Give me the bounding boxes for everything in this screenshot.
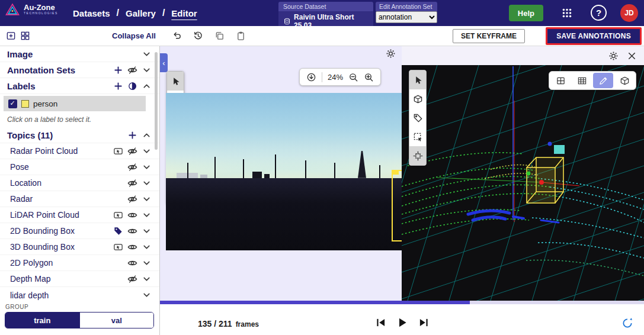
topic-row-2d-bounding-box[interactable]: 2D Bounding Box (0, 223, 159, 239)
chevron-down-icon[interactable] (139, 65, 153, 75)
collapse-all-button[interactable]: Collapse All (112, 31, 156, 40)
topic-row-location[interactable]: Location (0, 175, 159, 191)
visibility-off-icon[interactable] (125, 146, 139, 156)
chevron-down-icon[interactable] (139, 242, 153, 252)
timeline-progress-fill (160, 301, 470, 304)
transform-tool[interactable] (409, 146, 426, 165)
visibility-on-icon[interactable] (125, 242, 139, 252)
copy-icon[interactable] (214, 31, 225, 41)
close-panel-icon[interactable] (627, 51, 637, 61)
topic-name: lidar depth (10, 291, 111, 300)
chevron-down-icon[interactable] (139, 274, 153, 284)
zoom-out-icon[interactable] (348, 72, 358, 82)
apps-grid-icon[interactable] (561, 7, 573, 19)
section-image[interactable]: Image (0, 46, 159, 62)
3d-settings-gear-icon[interactable] (608, 51, 619, 61)
visibility-off-icon[interactable] (125, 178, 139, 188)
nav-datasets[interactable]: Datasets (73, 8, 110, 18)
chevron-down-icon[interactable] (139, 178, 153, 188)
collapse-panel-handle[interactable]: ‹ (160, 53, 168, 72)
grid-view-button[interactable] (572, 73, 592, 88)
label-color-swatch[interactable] (21, 100, 29, 108)
cube-view-button[interactable] (614, 73, 635, 88)
skip-to-end-button[interactable] (418, 317, 430, 328)
sidebar-scrollbar[interactable] (155, 52, 158, 150)
select-tool[interactable] (167, 72, 184, 91)
cuboid-tool[interactable] (409, 89, 426, 108)
visibility-off-icon[interactable] (125, 274, 139, 284)
panel-layout-icon[interactable] (20, 31, 30, 41)
keyframe-icon[interactable] (111, 146, 125, 156)
chevron-down-icon[interactable] (139, 146, 153, 156)
skip-to-start-button[interactable] (375, 317, 387, 328)
nav-editor[interactable]: Editor (171, 8, 197, 18)
save-annotations-button[interactable]: SAVE ANNOTATIONS (546, 27, 642, 45)
edit-mode-button[interactable] (593, 73, 613, 88)
keyframe-icon[interactable] (111, 210, 125, 220)
image-building (252, 172, 262, 178)
section-labels[interactable]: Labels (0, 78, 159, 94)
topic-row-pose[interactable]: Pose (0, 159, 159, 175)
bbox-2d-person[interactable] (392, 170, 402, 241)
undo-icon[interactable] (172, 31, 182, 41)
nav-gallery[interactable]: Gallery (126, 8, 156, 18)
app-logo[interactable]: Au-Zone TECHNOLOGIES (5, 3, 58, 16)
topic-row-lidar-point-cloud[interactable]: LiDAR Point Cloud (0, 207, 159, 223)
quad-view-button[interactable] (550, 73, 571, 88)
zoom-fit-icon[interactable] (306, 72, 316, 82)
contrast-icon[interactable] (125, 81, 139, 91)
select-tool[interactable] (409, 70, 426, 89)
camera-frame-image[interactable] (166, 93, 402, 250)
section-annotation-sets[interactable]: Annotation Sets (0, 62, 159, 78)
visibility-on-icon[interactable] (125, 210, 139, 220)
topic-row-radar-point-cloud[interactable]: Radar Point Cloud (0, 143, 159, 159)
topic-row-lidar-depth[interactable]: lidar depth (0, 287, 159, 302)
label-item-person[interactable]: person (4, 96, 146, 111)
chevron-down-icon[interactable] (139, 194, 153, 204)
section-topics[interactable]: Topics (11) (0, 127, 159, 143)
paste-icon[interactable] (236, 31, 246, 41)
user-avatar[interactable]: JD (620, 4, 638, 22)
keyframe-icon[interactable] (111, 242, 125, 252)
tag-tool[interactable] (409, 108, 426, 127)
marquee-select-tool[interactable] (409, 127, 426, 146)
label-checkbox[interactable] (8, 99, 17, 108)
help-button[interactable]: Help (509, 5, 543, 21)
topic-row-2d-polygon[interactable]: 2D Polygon (0, 255, 159, 271)
chevron-up-icon[interactable] (139, 130, 153, 140)
visibility-off-icon[interactable] (125, 162, 139, 172)
3d-scene-canvas[interactable] (402, 65, 644, 301)
set-keyframe-button[interactable]: SET KEYFRAME (453, 29, 525, 43)
visibility-on-icon[interactable] (125, 258, 139, 268)
chevron-down-icon[interactable] (139, 258, 153, 268)
visibility-off-icon[interactable] (125, 194, 139, 204)
timeline-progress[interactable] (160, 301, 644, 304)
play-button[interactable] (396, 317, 408, 328)
chevron-down-icon[interactable] (139, 226, 153, 236)
add-label-icon[interactable] (111, 81, 125, 91)
visibility-off-icon[interactable] (125, 65, 139, 75)
topic-row-depth-map[interactable]: Depth Map (0, 271, 159, 287)
chevron-up-icon[interactable] (139, 81, 153, 91)
chevron-down-icon[interactable] (139, 49, 153, 59)
3d-viewport[interactable] (402, 65, 644, 301)
topic-row-radar[interactable]: Radar (0, 191, 159, 207)
visibility-on-icon[interactable] (125, 226, 139, 236)
zoom-in-icon[interactable] (364, 72, 374, 82)
group-val-button[interactable]: val (79, 313, 154, 328)
chevron-down-icon[interactable] (139, 162, 153, 172)
view-sync-icon[interactable] (621, 317, 633, 329)
history-icon[interactable] (193, 31, 203, 41)
tag-icon[interactable] (111, 226, 125, 236)
add-annotation-set-icon[interactable] (111, 65, 125, 75)
annotation-set-select[interactable]: annotation (376, 11, 437, 23)
add-topic-icon[interactable] (125, 130, 139, 140)
add-panel-icon[interactable] (6, 31, 16, 41)
camera-settings-gear-icon[interactable] (386, 49, 396, 59)
chevron-down-icon[interactable] (139, 210, 153, 220)
chevron-down-icon[interactable] (139, 290, 153, 300)
group-train-button[interactable]: train (5, 313, 79, 328)
help-circle-icon[interactable]: ? (591, 5, 607, 21)
topic-name: 2D Polygon (10, 258, 111, 268)
topic-row-3d-bounding-box[interactable]: 3D Bounding Box (0, 239, 159, 255)
